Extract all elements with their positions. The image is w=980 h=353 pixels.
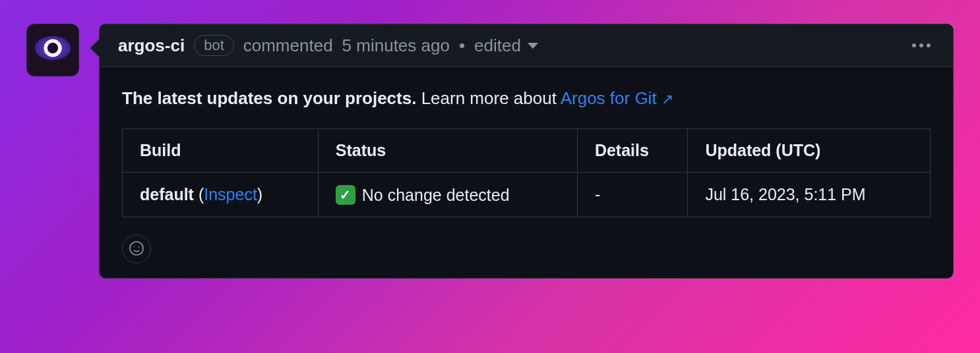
table-header-row: Build Status Details Updated (UTC) — [123, 129, 931, 173]
lead-paragraph: The latest updates on your projects. Lea… — [122, 86, 931, 111]
bot-badge: bot — [194, 35, 234, 56]
lead-strong: The latest updates on your projects. — [122, 88, 416, 108]
argos-eye-icon — [34, 29, 72, 71]
svg-point-3 — [130, 242, 143, 255]
comment-body: The latest updates on your projects. Lea… — [100, 67, 953, 278]
svg-point-4 — [134, 246, 135, 248]
col-status: Status — [318, 129, 577, 173]
check-mark-icon: ✓ — [336, 185, 355, 205]
kebab-dot — [912, 43, 916, 47]
col-updated: Updated (UTC) — [688, 129, 931, 173]
author-avatar[interactable] — [26, 24, 79, 76]
edited-label: edited — [474, 36, 521, 56]
comment-header: argos-ci bot commented 5 minutes ago • e… — [100, 24, 953, 67]
cell-details: - — [577, 173, 688, 217]
svg-point-2 — [47, 43, 58, 53]
build-name: default — [140, 185, 194, 204]
col-build: Build — [123, 129, 319, 173]
cell-updated: Jul 16, 2023, 5:11 PM — [688, 173, 931, 217]
argos-for-git-link[interactable]: Argos for Git ↗ — [561, 88, 673, 108]
cell-build: default (Inspect) — [123, 173, 319, 217]
kebab-dot — [919, 43, 923, 47]
comment-menu-button[interactable] — [908, 40, 934, 51]
paren-open: ( — [194, 185, 204, 204]
cell-status: ✓ No change detected — [318, 173, 577, 217]
smiley-icon — [129, 240, 144, 258]
separator-dot: • — [459, 36, 465, 56]
table-row: default (Inspect) ✓ No change detected -… — [123, 173, 931, 217]
comment-container: argos-ci bot commented 5 minutes ago • e… — [26, 24, 954, 279]
comment-box: argos-ci bot commented 5 minutes ago • e… — [99, 24, 954, 279]
builds-table: Build Status Details Updated (UTC) defau… — [122, 128, 931, 217]
caret-down-icon — [528, 43, 538, 49]
status-text: No change detected — [362, 186, 510, 205]
comment-header-left: argos-ci bot commented 5 minutes ago • e… — [118, 35, 899, 56]
add-reaction-button[interactable] — [122, 234, 151, 263]
comment-timestamp[interactable]: 5 minutes ago — [342, 36, 450, 56]
kebab-dot — [927, 43, 931, 47]
col-details: Details — [577, 129, 688, 173]
edited-dropdown[interactable]: edited — [474, 36, 538, 56]
paren-close: ) — [257, 185, 262, 204]
svg-point-5 — [138, 246, 140, 248]
inspect-link[interactable]: Inspect — [204, 185, 257, 204]
comment-action-text: commented — [243, 36, 333, 56]
external-link-icon: ↗ — [661, 91, 673, 107]
lead-rest: Learn more about — [416, 88, 560, 108]
argos-link-text: Argos for Git — [561, 88, 657, 108]
author-link[interactable]: argos-ci — [118, 36, 185, 56]
